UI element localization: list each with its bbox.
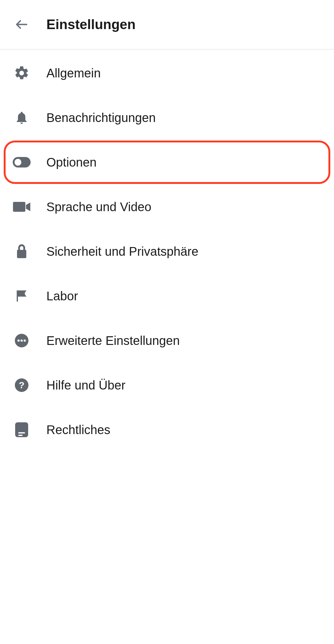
document-icon: [12, 420, 31, 439]
svg-point-8: [24, 339, 26, 342]
settings-item-help[interactable]: ? Hilfe und Über: [0, 363, 334, 407]
svg-rect-13: [18, 435, 23, 436]
svg-text:?: ?: [19, 380, 24, 390]
svg-point-2: [15, 159, 21, 166]
svg-rect-4: [17, 250, 26, 258]
settings-item-label: Labor: [46, 289, 78, 303]
settings-item-advanced[interactable]: Erweiterte Einstellungen: [0, 318, 334, 363]
svg-rect-3: [13, 202, 25, 212]
settings-item-legal[interactable]: Rechtliches: [0, 407, 334, 452]
help-icon: ?: [12, 376, 31, 394]
settings-item-label: Optionen: [46, 155, 96, 169]
settings-item-labs[interactable]: Labor: [0, 274, 334, 318]
page-title: Einstellungen: [46, 17, 135, 32]
svg-point-7: [20, 339, 23, 342]
flag-icon: [12, 287, 31, 305]
settings-item-label: Allgemein: [46, 66, 101, 80]
lock-icon: [12, 242, 31, 261]
settings-item-voice-video[interactable]: Sprache und Video: [0, 185, 334, 229]
settings-item-label: Hilfe und Über: [46, 378, 126, 392]
settings-item-options[interactable]: Optionen: [0, 140, 334, 185]
settings-item-label: Rechtliches: [46, 423, 110, 437]
header: Einstellungen: [0, 0, 334, 50]
settings-item-notifications[interactable]: Benachrichtigungen: [0, 95, 334, 140]
settings-item-label: Benachrichtigungen: [46, 111, 156, 125]
settings-item-label: Sprache und Video: [46, 200, 152, 214]
svg-point-6: [17, 339, 19, 342]
settings-item-label: Erweiterte Einstellungen: [46, 334, 180, 348]
svg-rect-12: [18, 432, 25, 433]
arrow-left-icon: [14, 17, 29, 32]
settings-item-label: Sicherheit und Privatsphäre: [46, 245, 198, 259]
bell-icon: [12, 108, 31, 127]
settings-list: Allgemein Benachrichtigungen Optionen Sp…: [0, 50, 334, 452]
back-button[interactable]: [12, 15, 31, 34]
settings-item-general[interactable]: Allgemein: [0, 51, 334, 95]
settings-item-security[interactable]: Sicherheit und Privatsphäre: [0, 229, 334, 274]
video-icon: [12, 198, 31, 216]
gear-icon: [12, 64, 31, 82]
toggle-icon: [12, 153, 31, 172]
more-horizontal-icon: [12, 331, 31, 350]
